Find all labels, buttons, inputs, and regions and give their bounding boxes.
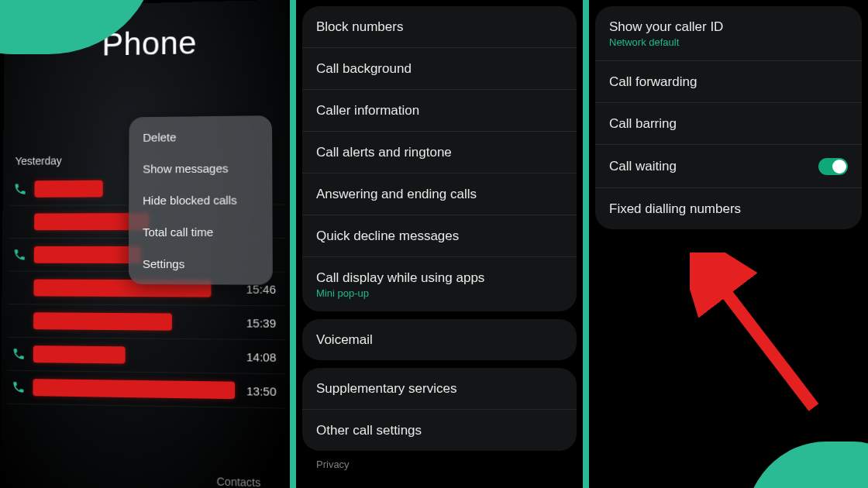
row-label: Call display while using apps [316, 270, 563, 286]
svg-line-1 [713, 276, 814, 407]
row-call-waiting[interactable]: Call waiting [595, 145, 862, 188]
settings-card-2: Voicemail [302, 319, 577, 360]
row-show-your-caller-id[interactable]: Show your caller IDNetwork default [595, 6, 862, 61]
settings-card-1: Block numbersCall backgroundCaller infor… [302, 6, 577, 311]
context-menu: Delete Show messages Hide blocked calls … [129, 115, 273, 285]
panel-supplementary-services: Show your caller IDNetwork defaultCall f… [589, 0, 868, 488]
row-label: Caller information [316, 103, 563, 119]
outgoing-call-icon [12, 248, 26, 262]
settings-card-supplementary: Show your caller IDNetwork defaultCall f… [595, 6, 862, 229]
settings-card-3: Supplementary servicesOther call setting… [302, 368, 577, 451]
redacted-contact [33, 312, 172, 330]
row-label: Other call settings [316, 423, 563, 438]
call-log-row[interactable]: 15:39 [8, 304, 286, 340]
menu-settings[interactable]: Settings [129, 248, 273, 280]
row-label: Call waiting [609, 159, 677, 174]
outgoing-call-icon [12, 380, 26, 394]
menu-hide-blocked-calls[interactable]: Hide blocked calls [129, 184, 272, 216]
row-label: Answering and ending calls [316, 187, 563, 202]
row-call-alerts-and-ringtone[interactable]: Call alerts and ringtone [302, 132, 577, 174]
row-block-numbers[interactable]: Block numbers [302, 6, 577, 48]
call-log-row[interactable]: 13:50 [7, 371, 286, 409]
row-call-barring[interactable]: Call barring [595, 103, 862, 145]
menu-total-call-time[interactable]: Total call time [129, 216, 273, 248]
redacted-contact [34, 180, 102, 198]
menu-show-messages[interactable]: Show messages [129, 152, 272, 184]
outgoing-call-icon [13, 182, 27, 196]
row-label: Show your caller ID [609, 19, 848, 35]
redacted-contact [34, 246, 141, 263]
row-call-forwarding[interactable]: Call forwarding [595, 61, 862, 103]
row-sublabel: Mini pop-up [316, 287, 563, 299]
redacted-contact [33, 379, 235, 399]
row-sublabel: Network default [609, 36, 848, 48]
row-voicemail[interactable]: Voicemail [302, 319, 577, 360]
row-call-background[interactable]: Call background [302, 48, 577, 90]
row-call-display-while-using-apps[interactable]: Call display while using appsMini pop-up [302, 257, 577, 311]
redacted-contact [33, 345, 126, 363]
menu-delete[interactable]: Delete [129, 120, 272, 153]
row-label: Supplementary services [316, 381, 563, 397]
row-label: Call alerts and ringtone [316, 145, 563, 160]
call-time: 14:08 [246, 349, 281, 363]
row-quick-decline-messages[interactable]: Quick decline messages [302, 215, 577, 257]
settings-section-privacy: Privacy [296, 459, 583, 473]
row-label: Voicemail [316, 332, 563, 348]
bottom-nav: Contacts [0, 466, 290, 488]
row-fixed-dialling-numbers[interactable]: Fixed dialling numbers [595, 188, 862, 229]
row-label: Call barring [609, 116, 848, 132]
row-other-call-settings[interactable]: Other call settings [302, 410, 577, 451]
nav-contacts[interactable]: Contacts [217, 475, 261, 488]
call-log-row[interactable]: 14:08 [7, 338, 285, 374]
row-supplementary-services[interactable]: Supplementary services [302, 368, 577, 410]
panel-call-settings: Block numbersCall backgroundCaller infor… [296, 0, 583, 488]
row-label: Fixed dialling numbers [609, 201, 848, 217]
panel-call-log: Phone Yesterday 15:4615:39 14:08 13:50 D… [0, 0, 290, 488]
row-label: Call forwarding [609, 74, 848, 90]
call-time: 15:39 [246, 316, 281, 330]
row-caller-information[interactable]: Caller information [302, 90, 577, 132]
row-answering-and-ending-calls[interactable]: Answering and ending calls [302, 174, 577, 215]
call-time: 13:50 [246, 383, 281, 397]
toggle-switch[interactable] [818, 158, 848, 175]
outgoing-call-icon [12, 347, 26, 361]
app-title: Phone [102, 22, 290, 63]
row-label: Quick decline messages [316, 229, 563, 244]
row-label: Block numbers [316, 19, 563, 35]
row-label: Call background [316, 61, 563, 77]
